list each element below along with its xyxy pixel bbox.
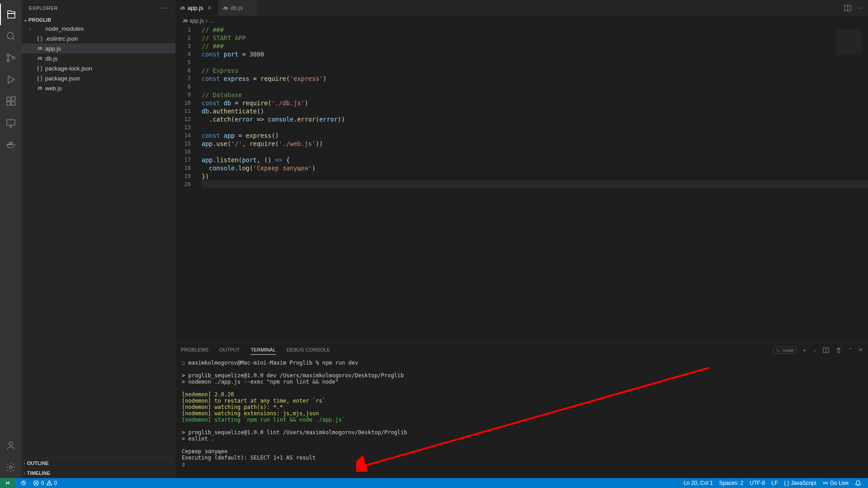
svg-rect-6 [11,102,15,105]
outline-section[interactable]: ›OUTLINE [22,458,175,468]
svg-rect-4 [7,97,10,101]
timeline-label: TIMELINE [27,470,50,476]
sidebar-more-icon[interactable]: ⋯ [161,4,169,12]
terminal-line: [nodemon] starting `npm run lint && node… [182,417,862,423]
search-icon[interactable] [0,25,22,47]
explorer-icon[interactable] [0,4,22,25]
code-editor[interactable]: 1234567891011121314151617181920 // ###//… [175,26,868,343]
outline-label: OUTLINE [27,460,49,466]
svg-point-21 [825,483,826,484]
remote-button[interactable] [0,478,15,488]
terminal-output[interactable]: ○ maximkolmogorov@Mac-mini-Maxim Proglib… [175,357,868,478]
svg-point-0 [7,33,14,39]
tree-item-app-js[interactable]: JSapp.js [22,43,175,53]
code-content: // ###// START APP// ###const port = 300… [202,26,868,188]
warning-count: 0 [54,480,57,486]
accounts-icon[interactable] [0,435,22,456]
terminal-line: Executing (default): SELECT 1+1 AS resul… [182,455,862,461]
terminal-line: Сервер запущен [182,448,862,455]
panel-tab-problems[interactable]: PROBLEMS [181,345,208,355]
close-panel-icon[interactable]: ✕ [859,347,863,353]
encoding-status[interactable]: UTF-8 [746,480,768,486]
terminal-line: ▯ [182,461,862,467]
remote-explorer-icon[interactable] [0,112,22,134]
sidebar-title: EXPLORER [29,5,58,11]
more-actions-icon[interactable]: ⋯ [858,5,863,11]
terminal-line [182,366,862,372]
eol-status[interactable]: LF [768,480,781,486]
panel-tab-output[interactable]: OUTPUT [219,345,240,355]
line-gutter: 1234567891011121314151617181920 [175,26,199,188]
folder-root[interactable]: ⌄ PROGLIB [22,16,175,23]
ports-icon[interactable] [17,480,30,486]
tree-item-package-lock-json[interactable]: { }package-lock.json [22,63,175,73]
svg-point-1 [7,54,9,56]
terminal-dropdown-icon[interactable]: ⌄ [812,347,816,353]
chevron-right-icon: › [24,470,25,476]
terminal-line: > eslint . [182,436,862,442]
editor-main: JSapp.js✕JSdb.js ⋯ JS app.js › ... 12345… [175,0,868,478]
tree-item-package-json[interactable]: { }package.json [22,73,175,83]
tree-item-node_modules[interactable]: ›node_modules [22,23,175,33]
terminal-line: > proglib_sequelize@1.0.0 lint /Users/ma… [182,429,862,436]
kill-terminal-icon[interactable] [835,347,842,353]
json-file-icon: { } [35,75,44,81]
status-bar: 0 0 Ln 20, Col 1 Spaces: 2 UTF-8 LF { }J… [0,478,868,488]
terminal-shell-selector[interactable]: node [773,347,797,354]
svg-point-14 [9,442,13,446]
panel-tabs: PROBLEMSOUTPUTTERMINALDEBUG CONSOLE node… [175,343,868,357]
editor-tab-db-js[interactable]: JSdb.js [218,0,258,16]
chevron-down-icon: ⌄ [24,17,28,23]
maximize-panel-icon[interactable]: ⌃ [848,347,852,353]
terminal-line: > proglib_sequelize@1.0.0 dev /Users/max… [182,372,862,379]
breadcrumb[interactable]: JS app.js › ... [175,16,868,26]
split-editor-icon[interactable] [844,5,851,12]
svg-rect-12 [9,142,10,143]
file-label: app.js [45,45,61,52]
root-folder-label: PROGLIB [28,17,51,23]
panel-tab-debug-console[interactable]: DEBUG CONSOLE [287,345,330,355]
breadcrumb-file: app.js [189,18,204,24]
file-label: node_modules [45,25,84,32]
terminal-line [182,385,862,391]
cursor-position[interactable]: Ln 20, Col 1 [680,480,716,486]
new-terminal-icon[interactable]: + [803,347,806,353]
notifications-icon[interactable] [852,480,864,486]
indentation-status[interactable]: Spaces: 2 [716,480,746,486]
error-count: 0 [41,480,44,486]
chevron-right-icon: › [29,25,34,32]
svg-point-15 [9,466,12,469]
shell-name: node [783,347,793,353]
terminal-line: > nodemon ./app.js --exec "npm run lint … [182,379,862,385]
editor-tab-app-js[interactable]: JSapp.js✕ [175,0,218,16]
breadcrumb-separator: › [206,18,208,24]
minimap[interactable] [836,29,862,55]
terminal-line: ○ maximkolmogorov@Mac-mini-Maxim Proglib… [182,360,862,366]
tree-item--eslintrc-json[interactable]: { }.eslintrc.json [22,33,175,43]
tree-item-web-js[interactable]: JSweb.js [22,83,175,93]
terminal-line: [nodemon] to restart at any time, enter … [182,398,862,404]
sidebar-bottom: ›OUTLINE ›TIMELINE [22,458,175,478]
js-file-icon: JS [35,56,44,61]
svg-point-2 [7,60,9,62]
editor-tabs: JSapp.js✕JSdb.js ⋯ [175,0,868,16]
panel-tab-terminal[interactable]: TERMINAL [250,345,276,355]
run-debug-icon[interactable] [0,69,22,90]
settings-gear-icon[interactable] [0,456,22,478]
extensions-icon[interactable] [0,90,22,112]
language-mode[interactable]: { }JavaScript [781,480,819,486]
terminal-line [182,442,862,448]
timeline-section[interactable]: ›TIMELINE [22,468,175,478]
sidebar-header: EXPLORER ⋯ [22,0,175,16]
tree-item-db-js[interactable]: JSdb.js [22,53,175,63]
docker-icon[interactable] [0,134,22,155]
problems-status[interactable]: 0 0 [30,480,60,486]
activity-bar [0,0,22,478]
split-terminal-icon[interactable] [823,347,829,353]
js-file-icon: JS [223,6,228,10]
go-live-button[interactable]: Go Live [820,480,852,486]
tab-label: db.js [231,5,243,11]
source-control-icon[interactable] [0,47,22,69]
js-file-icon: JS [180,6,185,10]
close-tab-icon[interactable]: ✕ [206,5,213,11]
